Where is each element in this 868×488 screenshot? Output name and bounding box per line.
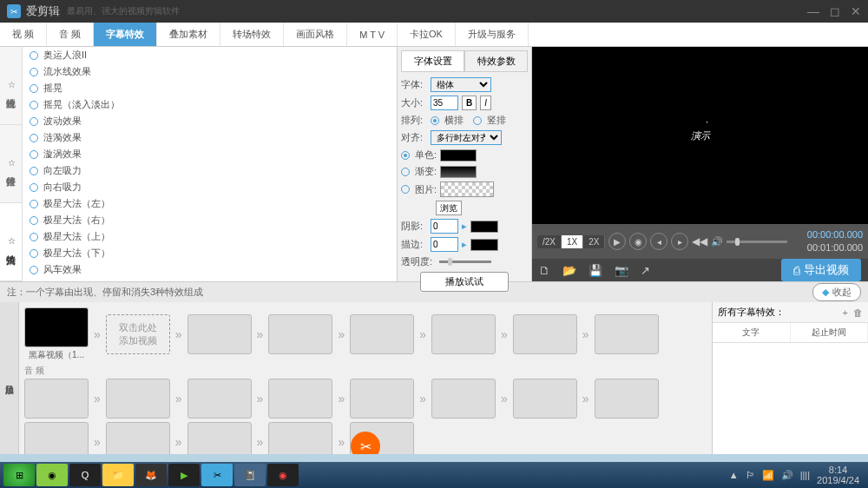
tray-icon[interactable]: 🏳 <box>746 470 755 480</box>
snapshot-icon[interactable]: 📷 <box>615 264 628 277</box>
audio-clip[interactable] <box>24 422 89 454</box>
radio-picture[interactable] <box>401 185 410 194</box>
size-input[interactable] <box>431 96 458 110</box>
color-swatch[interactable] <box>440 149 477 162</box>
proptab-font[interactable]: 字体设置 <box>401 50 464 72</box>
taskbar-app[interactable]: 📓 <box>234 464 266 486</box>
audio-clip[interactable] <box>106 379 170 419</box>
tab-audio[interactable]: 音 频 <box>47 23 94 46</box>
trash-icon[interactable]: 🗑 <box>853 307 863 318</box>
effect-item[interactable]: 向左吸力 <box>23 162 397 179</box>
audio-clip[interactable] <box>106 422 170 454</box>
effect-item[interactable]: 摇晃（淡入淡出） <box>23 96 397 113</box>
stroke-input[interactable] <box>431 237 458 252</box>
export-button[interactable]: ⎙导出视频 <box>781 259 861 281</box>
volume-icon[interactable]: 🔊 <box>711 236 723 247</box>
audio-clip[interactable] <box>350 379 414 419</box>
radio-gradient[interactable] <box>401 168 410 176</box>
collapse-button[interactable]: ◆收起 <box>812 283 861 301</box>
proptab-fx[interactable]: 特效参数 <box>464 50 528 72</box>
effect-item[interactable]: 奥运人浪II <box>23 47 397 63</box>
prev-icon[interactable]: ◀◀ <box>692 235 707 247</box>
audio-clip[interactable] <box>268 422 332 454</box>
start-button[interactable]: ⊞ <box>3 464 35 486</box>
tab-style[interactable]: 画面风格 <box>284 23 347 46</box>
effect-item[interactable]: 漩涡效果 <box>23 146 397 162</box>
add-clip-placeholder[interactable]: 双击此处添加视频 <box>106 314 170 354</box>
effect-item[interactable]: 极星大法（右） <box>23 212 397 228</box>
col-time[interactable]: 起止时间 <box>791 323 869 342</box>
tray-icon[interactable]: ▲ <box>729 470 739 480</box>
italic-button[interactable]: I <box>480 96 491 110</box>
empty-clip[interactable] <box>431 314 496 354</box>
taskbar-app[interactable]: ▶ <box>168 464 200 486</box>
audio-clip[interactable] <box>431 379 496 419</box>
stroke-color[interactable] <box>470 239 498 251</box>
audio-clip[interactable] <box>24 379 89 419</box>
speed-half[interactable]: /2X <box>537 235 562 248</box>
tab-overlay[interactable]: 叠加素材 <box>157 23 220 46</box>
empty-clip[interactable] <box>595 314 659 354</box>
align-select[interactable]: 多行时左对齐 <box>431 130 502 145</box>
col-text[interactable]: 文字 <box>713 323 791 342</box>
shadow-input[interactable] <box>431 219 458 234</box>
cut-button[interactable]: ✂ <box>351 432 380 454</box>
taskbar-app[interactable]: ◉ <box>267 464 299 486</box>
video-preview[interactable]: · 演示 <box>532 47 868 224</box>
speed-2x[interactable]: 2X <box>583 235 605 248</box>
taskbar-app[interactable]: Q <box>69 464 101 486</box>
tray-icon[interactable]: 🔊 <box>781 470 793 481</box>
added-clips-tab[interactable]: 已添加片段 <box>0 302 19 454</box>
opacity-slider[interactable] <box>439 260 491 263</box>
shadow-color[interactable] <box>470 221 498 233</box>
taskbar-app[interactable]: 📁 <box>102 464 134 486</box>
audio-clip[interactable] <box>595 379 659 419</box>
bold-button[interactable]: B <box>462 96 477 110</box>
tray-icon[interactable]: 📶 <box>762 470 774 481</box>
font-select[interactable]: 楷体 <box>431 77 491 92</box>
effect-list[interactable]: 奥运人浪II流水线效果摇晃摇晃（淡入淡出）波动效果涟漪效果漩涡效果向左吸力向右吸… <box>23 47 398 281</box>
tab-upgrade[interactable]: 升级与服务 <box>456 23 529 46</box>
audio-clip[interactable] <box>513 379 577 419</box>
audio-clip[interactable] <box>187 379 252 419</box>
empty-clip[interactable] <box>513 314 577 354</box>
effect-item[interactable]: 波动效果 <box>23 113 397 129</box>
taskbar-app[interactable]: 🦊 <box>135 464 167 486</box>
effect-item[interactable]: 摇晃 <box>23 80 397 96</box>
effect-item[interactable]: 向右吸力 <box>23 179 397 195</box>
save-icon[interactable]: 💾 <box>589 264 602 277</box>
open-icon[interactable]: 📂 <box>562 264 576 277</box>
clock-date[interactable]: 2019/4/24 <box>817 475 859 485</box>
prev-frame-button[interactable]: ◂ <box>650 233 667 250</box>
add-icon[interactable]: + <box>843 307 848 318</box>
effect-item[interactable]: 极星大法（下） <box>23 245 397 261</box>
clock-time[interactable]: 8:14 <box>817 465 859 475</box>
tray-icon[interactable]: |||| <box>800 470 810 480</box>
audio-clip[interactable] <box>268 379 332 419</box>
sidetab-disappear[interactable]: ☆消失特效 <box>0 203 22 281</box>
volume-slider[interactable] <box>727 241 787 243</box>
effect-item[interactable]: 极星大法（上） <box>23 228 397 245</box>
effect-item[interactable]: 极星大法（左） <box>23 195 397 212</box>
try-play-button[interactable]: 播放试试 <box>420 272 509 292</box>
speed-1x[interactable]: 1X <box>562 235 583 248</box>
tab-karaoke[interactable]: 卡拉OK <box>398 23 456 46</box>
radio-vertical[interactable] <box>473 116 482 125</box>
tab-subtitle-fx[interactable]: 字幕特效 <box>94 23 157 46</box>
play-button[interactable]: ▶ <box>608 233 626 250</box>
effect-item[interactable]: 流水线效果 <box>23 63 397 80</box>
taskbar-app[interactable]: ◉ <box>36 464 68 486</box>
empty-clip[interactable] <box>350 314 414 354</box>
audio-clip[interactable] <box>187 422 252 454</box>
effect-item[interactable]: 交错退出 <box>23 278 397 281</box>
taskbar-app[interactable]: ✂ <box>201 464 233 486</box>
gradient-swatch[interactable] <box>440 166 477 178</box>
effect-item[interactable]: 风车效果 <box>23 261 397 278</box>
empty-clip[interactable] <box>187 314 252 354</box>
maximize-icon[interactable]: ◻ <box>830 4 840 18</box>
sidetab-appear[interactable]: ☆出现特效 <box>0 47 22 125</box>
next-frame-button[interactable]: ▸ <box>671 233 688 250</box>
browse-button[interactable]: 浏览 <box>436 201 462 215</box>
empty-clip[interactable] <box>268 314 332 354</box>
share-icon[interactable]: ↗ <box>641 264 650 277</box>
